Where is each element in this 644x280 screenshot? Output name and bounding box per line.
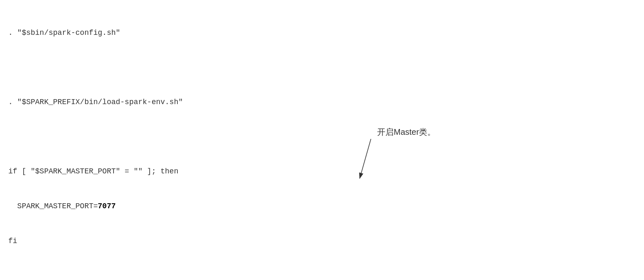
code-line-3: . "$SPARK_PREFIX/bin/load-spark-env.sh" — [8, 97, 636, 108]
code-text-bold: 7077 — [98, 202, 116, 210]
code-line-8 — [8, 270, 636, 280]
code-block: . "$sbin/spark-config.sh" . "$SPARK_PREF… — [8, 4, 636, 280]
code-line-6: SPARK_MASTER_PORT=7077 — [8, 201, 636, 212]
code-text: SPARK_MASTER_PORT= — [8, 202, 98, 210]
code-text: . — [8, 98, 17, 106]
code-text: "$sbin/spark-config.sh" — [17, 29, 120, 37]
code-text: . — [8, 29, 17, 37]
code-line-5: if [ "$SPARK_MASTER_PORT" = "" ]; then — [8, 166, 636, 178]
code-line-7: fi — [8, 236, 636, 247]
code-line-1: . "$sbin/spark-config.sh" — [8, 27, 636, 39]
code-text: fi — [8, 237, 17, 245]
code-line-2 — [8, 62, 636, 73]
code-text: if [ "$SPARK_MASTER_PORT" = "" ]; then — [8, 167, 178, 175]
code-line-4 — [8, 131, 636, 143]
code-text: "$SPARK_PREFIX/bin/load-spark-env.sh" — [17, 98, 183, 106]
